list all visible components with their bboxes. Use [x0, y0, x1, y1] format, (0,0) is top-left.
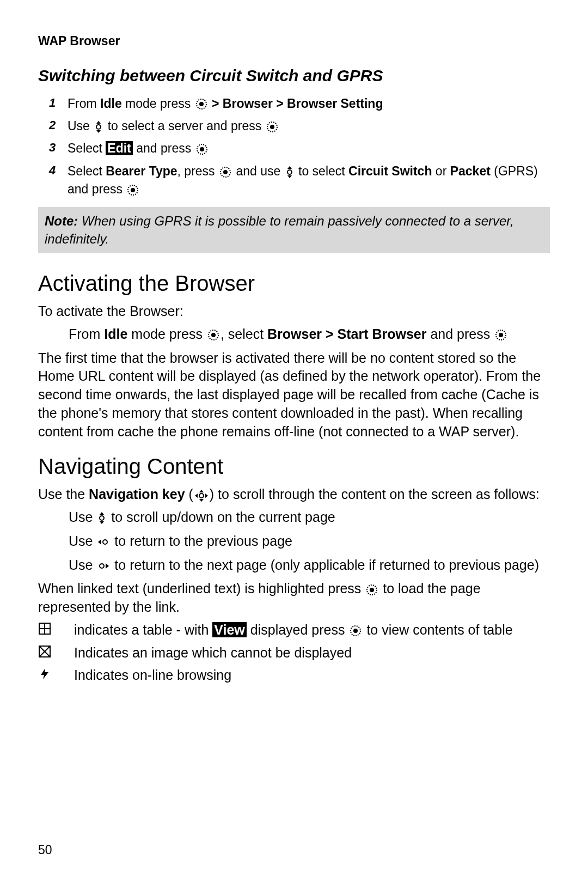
center-key-icon — [366, 584, 378, 596]
note-box: Note: When using GPRS it is possible to … — [38, 207, 550, 253]
note-text: When using GPRS it is possible to remain… — [45, 214, 514, 246]
step-num: 2 — [49, 117, 68, 135]
svg-point-2 — [96, 125, 101, 129]
step-text: Select Edit and press — [68, 139, 550, 157]
txt: Select — [68, 164, 106, 178]
nav-bullet-1: Use to scroll up/down on the current pag… — [69, 508, 550, 527]
txt: to view contents of table — [363, 622, 512, 637]
step-1: 1 From Idle mode press > Browser > Brows… — [49, 95, 550, 113]
navigating-intro: Use the Navigation key () to scroll thro… — [38, 485, 550, 504]
svg-point-25 — [100, 516, 104, 520]
nav-left-icon — [97, 538, 109, 546]
txt: Use — [69, 533, 96, 549]
svg-point-11 — [287, 170, 292, 174]
center-key-icon — [196, 143, 208, 155]
svg-marker-22 — [199, 499, 204, 502]
txt: Select — [68, 141, 106, 155]
legend-text: Indicates on-line browsing — [74, 666, 550, 685]
nav-right-icon — [97, 562, 109, 570]
svg-point-17 — [211, 333, 216, 337]
txt: mode press — [122, 96, 194, 111]
center-key-icon — [127, 184, 139, 196]
linked-text-info: When linked text (underlined text) is hi… — [38, 580, 550, 617]
txt: indicates a table - with — [74, 622, 212, 637]
txt: and use — [232, 164, 284, 178]
txt: and press — [133, 141, 195, 155]
svg-point-28 — [103, 540, 107, 544]
svg-marker-31 — [106, 563, 109, 569]
legend-text: indicates a table - with View displayed … — [74, 621, 550, 640]
section-switching-heading: Switching between Circuit Switch and GPR… — [38, 65, 550, 87]
step-4: 4 Select Bearer Type, press and use to s… — [49, 162, 550, 199]
svg-marker-21 — [199, 490, 204, 492]
txt: mode press — [127, 326, 206, 342]
svg-point-15 — [131, 188, 135, 192]
txt: to return to the next page (only applica… — [111, 557, 539, 573]
svg-marker-4 — [96, 130, 101, 133]
center-key-icon — [495, 329, 507, 341]
activating-intro: To activate the Browser: — [38, 302, 550, 321]
step-list: 1 From Idle mode press > Browser > Brows… — [49, 95, 550, 199]
step-text: Use to select a server and press — [68, 117, 550, 135]
svg-point-38 — [353, 629, 358, 633]
svg-point-19 — [499, 333, 503, 337]
txt: displayed press — [247, 622, 349, 637]
legend-text: Indicates an image which cannot be displ… — [74, 644, 550, 662]
svg-marker-13 — [287, 175, 292, 178]
legend-table: indicates a table - with View displayed … — [38, 621, 550, 640]
svg-point-30 — [100, 564, 104, 568]
nav-all-icon — [194, 489, 209, 502]
txt: to scroll up/down on the current page — [107, 509, 335, 525]
txt: ) to scroll through the content on the s… — [210, 486, 540, 502]
legend-online: Indicates on-line browsing — [38, 666, 550, 685]
svg-marker-12 — [287, 166, 292, 169]
nav-updown-icon — [285, 166, 294, 179]
online-icon — [38, 666, 69, 685]
txt: When linked text (underlined text) is hi… — [38, 581, 365, 596]
center-key-icon — [350, 625, 362, 637]
txt: or — [432, 164, 450, 178]
txt: > Browser > Browser Setting — [209, 96, 383, 111]
txt: Navigation key — [89, 486, 185, 502]
center-key-icon — [207, 329, 219, 341]
svg-marker-26 — [100, 512, 104, 515]
txt: From — [68, 96, 100, 111]
step-num: 4 — [49, 162, 68, 199]
svg-marker-3 — [96, 121, 101, 124]
txt: to return to the previous page — [111, 533, 292, 549]
txt: Packet — [450, 164, 491, 178]
nav-updown-icon — [94, 120, 103, 133]
txt: Bearer Type — [106, 164, 177, 178]
step-3: 3 Select Edit and press — [49, 139, 550, 157]
svg-marker-24 — [205, 494, 208, 498]
txt: From — [69, 326, 104, 342]
edit-label: Edit — [106, 141, 132, 155]
center-key-icon — [195, 98, 207, 110]
view-label: View — [212, 622, 247, 637]
svg-marker-29 — [98, 539, 101, 545]
step-num: 3 — [49, 139, 68, 157]
txt: Browser > Start Browser — [267, 326, 426, 342]
txt: ( — [185, 486, 193, 502]
step-text: From Idle mode press > Browser > Browser… — [68, 95, 550, 113]
svg-point-1 — [199, 102, 204, 106]
activating-heading: Activating the Browser — [38, 269, 550, 298]
txt: Circuit Switch — [348, 164, 432, 178]
activating-para: The first time that the browser is activ… — [38, 349, 550, 441]
page-number: 50 — [38, 842, 52, 858]
txt: to select — [295, 164, 348, 178]
svg-marker-27 — [100, 521, 104, 524]
note-label: Note: — [45, 214, 78, 228]
txt: to select a server and press — [104, 119, 265, 133]
svg-point-8 — [200, 147, 204, 151]
center-key-icon — [266, 121, 278, 133]
nav-updown-icon — [97, 512, 106, 525]
txt: Use — [68, 119, 93, 133]
step-text: Select Bearer Type, press and use to sel… — [68, 162, 550, 199]
svg-point-10 — [223, 170, 228, 174]
txt: Idle — [100, 96, 122, 111]
svg-marker-23 — [195, 494, 198, 498]
txt: , select — [220, 326, 267, 342]
page-header: WAP Browser — [38, 33, 550, 50]
center-key-icon — [219, 166, 231, 178]
